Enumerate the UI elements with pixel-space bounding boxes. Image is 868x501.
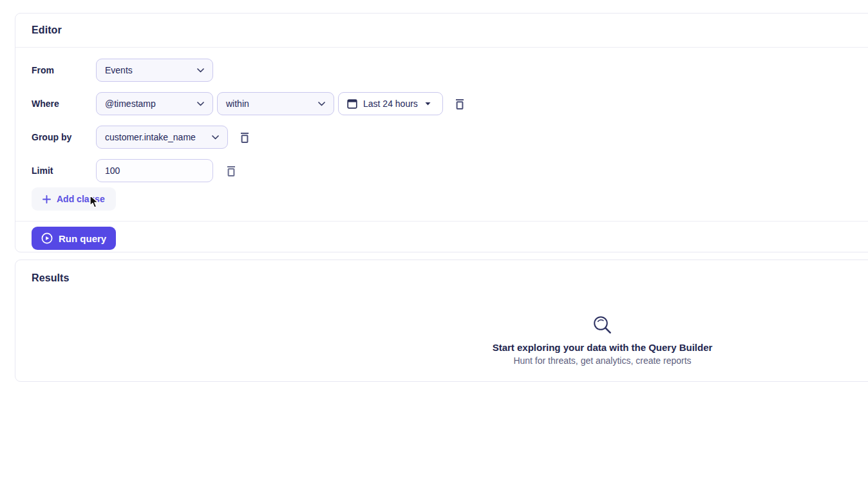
limit-input[interactable] <box>96 159 213 182</box>
from-select[interactable]: Events <box>96 59 213 82</box>
delete-limit-clause-button[interactable] <box>225 164 238 178</box>
empty-state-title: Start exploring your data with the Query… <box>493 342 713 353</box>
time-range-value: Last 24 hours <box>363 99 418 109</box>
play-circle-icon <box>41 232 53 244</box>
plus-icon <box>42 195 51 203</box>
group-by-select[interactable]: customer.intake_name <box>96 126 228 149</box>
chevron-down-icon <box>197 68 204 73</box>
limit-row: Limit <box>32 159 238 182</box>
where-field-value: @timestamp <box>105 99 156 109</box>
group-by-value: customer.intake_name <box>105 132 196 142</box>
where-row: Where @timestamp within Last 24 hours <box>32 92 466 115</box>
calendar-icon <box>347 99 357 109</box>
trash-icon <box>455 98 465 110</box>
results-title: Results <box>32 272 70 284</box>
group-by-row: Group by customer.intake_name <box>32 126 251 149</box>
run-query-label: Run query <box>59 233 106 244</box>
where-label: Where <box>32 99 96 109</box>
from-label: From <box>32 65 96 75</box>
time-range-picker[interactable]: Last 24 hours <box>338 92 443 115</box>
limit-label: Limit <box>32 165 96 176</box>
from-row: From Events <box>32 59 213 82</box>
empty-state-subtitle: Hunt for threats, get analytics, create … <box>513 355 691 366</box>
chevron-down-icon <box>212 135 219 140</box>
chevron-down-icon <box>318 102 325 106</box>
where-field-select[interactable]: @timestamp <box>96 92 213 115</box>
from-select-value: Events <box>105 65 133 75</box>
trash-icon <box>226 165 236 177</box>
where-operator-value: within <box>226 99 249 109</box>
chevron-down-icon <box>197 102 204 106</box>
results-card: Results Start exploring your data with t… <box>15 260 868 382</box>
editor-footer-divider <box>15 221 868 222</box>
editor-header-divider <box>15 47 868 48</box>
search-icon <box>592 315 612 335</box>
editor-card: Editor From Events Where @timestamp with… <box>15 13 868 252</box>
delete-where-clause-button[interactable] <box>453 97 466 111</box>
caret-down-icon <box>425 102 431 106</box>
delete-group-by-clause-button[interactable] <box>238 130 251 145</box>
add-clause-button[interactable]: Add clause <box>32 187 116 211</box>
results-empty-state: Start exploring your data with the Query… <box>15 315 868 366</box>
where-operator-select[interactable]: within <box>217 92 334 115</box>
group-by-label: Group by <box>32 132 96 142</box>
editor-title: Editor <box>32 24 62 36</box>
add-clause-label: Add clause <box>57 194 105 204</box>
trash-icon <box>240 131 250 144</box>
run-query-button[interactable]: Run query <box>32 227 116 250</box>
